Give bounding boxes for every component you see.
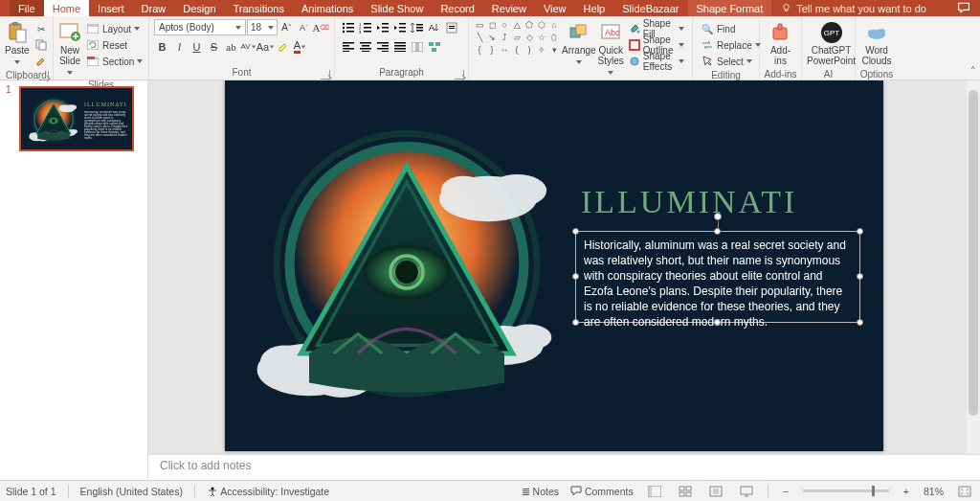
tab-record[interactable]: Record xyxy=(432,0,482,16)
reading-view-button[interactable] xyxy=(706,484,725,499)
tab-draw[interactable]: Draw xyxy=(133,0,175,16)
zoom-slider[interactable] xyxy=(803,490,889,492)
tab-file[interactable]: File xyxy=(10,0,44,16)
tab-help[interactable]: Help xyxy=(575,0,614,16)
tell-me-search[interactable]: Tell me what you want to do xyxy=(781,3,926,14)
decrease-font-button[interactable]: A˅ xyxy=(296,19,312,35)
resize-handle-n[interactable] xyxy=(714,228,721,235)
justify-button[interactable] xyxy=(391,38,408,55)
chatgpt-icon: GPT xyxy=(820,21,843,44)
new-slide-button[interactable]: New Slide xyxy=(58,19,81,79)
status-slide-number[interactable]: Slide 1 of 1 xyxy=(6,486,56,497)
align-text-button[interactable] xyxy=(443,19,459,35)
cut-button[interactable]: ✂ xyxy=(32,21,51,36)
paste-button[interactable]: Paste xyxy=(5,19,30,68)
slide[interactable]: ILLUMINATI Historically, aluminum was a … xyxy=(225,80,883,451)
text-direction-button[interactable]: A xyxy=(426,19,442,35)
fit-to-window-button[interactable] xyxy=(955,484,974,499)
underline-button[interactable]: U xyxy=(189,38,205,55)
paragraph-dialog-launcher[interactable] xyxy=(455,70,464,80)
zoom-in-button[interactable]: + xyxy=(901,486,912,497)
resize-handle-se[interactable] xyxy=(857,319,863,326)
normal-view-button[interactable] xyxy=(645,484,664,499)
status-accessibility[interactable]: Accessibility: Investigate xyxy=(207,486,329,497)
sorter-view-button[interactable] xyxy=(676,484,695,499)
increase-indent-button[interactable] xyxy=(391,19,408,35)
replace-button[interactable]: Replace xyxy=(698,37,764,53)
wordclouds-button[interactable]: Word Clouds xyxy=(860,19,893,68)
tab-view[interactable]: View xyxy=(535,0,575,16)
tab-design[interactable]: Design xyxy=(174,0,224,16)
shapes-gallery[interactable]: ▭◻○△⬠⬡⌂ ╲↘⤴▱◇☆⬯ {}↔()✧▾ xyxy=(474,19,560,56)
font-name-combo[interactable]: Aptos (Body) xyxy=(154,19,246,35)
slide-thumbnail-panel[interactable]: 1 ILLUMINATI Historically, aluminum was … xyxy=(0,80,148,480)
font-dialog-launcher[interactable] xyxy=(321,70,330,80)
find-button[interactable]: 🔍Find xyxy=(698,21,764,36)
quick-styles-button[interactable]: Abc Quick Styles xyxy=(598,19,624,79)
zoom-out-button[interactable]: − xyxy=(780,486,791,497)
line-spacing-button[interactable] xyxy=(409,19,425,35)
vertical-scrollbar[interactable] xyxy=(967,80,980,454)
align-center-button[interactable] xyxy=(357,38,373,55)
resize-handle-s[interactable] xyxy=(714,319,721,326)
status-notes-button[interactable]: ≣ Notes xyxy=(522,486,559,497)
slide-thumbnail-1[interactable]: 1 ILLUMINATI Historically, aluminum was … xyxy=(8,86,140,151)
strike-button[interactable]: S xyxy=(206,38,222,55)
reset-button[interactable]: Reset xyxy=(83,37,145,53)
resize-handle-nw[interactable] xyxy=(572,228,579,235)
collapse-ribbon-button[interactable]: ˄ xyxy=(970,65,976,78)
slide-textbox-selected[interactable]: Historically, aluminum was a real secret… xyxy=(575,231,860,323)
increase-font-button[interactable]: A˄ xyxy=(278,19,295,35)
resize-handle-w[interactable] xyxy=(572,273,579,280)
chatgpt-button[interactable]: GPT ChatGPT PowerPoint xyxy=(807,19,856,68)
highlight-button[interactable] xyxy=(275,38,291,55)
numbering-button[interactable]: 123 xyxy=(357,19,373,35)
slide-title[interactable]: ILLUMINATI xyxy=(581,184,797,220)
notes-pane[interactable]: Click to add notes xyxy=(148,454,980,480)
convert-smartart-button[interactable] xyxy=(426,38,442,55)
zoom-value[interactable]: 81% xyxy=(924,486,944,497)
font-color-button[interactable]: A xyxy=(292,38,308,55)
layout-button[interactable]: Layout xyxy=(83,21,145,36)
tab-home[interactable]: Home xyxy=(44,0,89,16)
shadow-button[interactable]: ab xyxy=(223,38,239,55)
tab-slidebazaar[interactable]: SlideBazaar xyxy=(613,0,687,16)
tab-shape-format[interactable]: Shape Format xyxy=(688,0,772,16)
align-left-button[interactable] xyxy=(340,38,356,55)
rotate-handle[interactable] xyxy=(714,213,722,220)
status-language[interactable]: English (United States) xyxy=(80,486,183,497)
status-comments-button[interactable]: Comments xyxy=(570,486,634,497)
resize-handle-ne[interactable] xyxy=(857,228,863,235)
section-button[interactable]: Section xyxy=(83,54,145,69)
clear-formatting-button[interactable]: A⌫ xyxy=(313,19,329,35)
slideshow-view-button[interactable] xyxy=(737,484,756,499)
italic-button[interactable]: I xyxy=(171,38,188,55)
font-size-combo[interactable]: 18 xyxy=(247,19,278,35)
addins-button[interactable]: Add-ins xyxy=(765,19,796,68)
tab-slideshow[interactable]: Slide Show xyxy=(362,0,432,16)
copy-button[interactable] xyxy=(32,37,51,53)
tab-review[interactable]: Review xyxy=(483,0,535,16)
scrollbar-thumb[interactable] xyxy=(969,90,978,416)
zoom-slider-handle[interactable] xyxy=(872,486,875,496)
bold-button[interactable]: B xyxy=(154,38,170,55)
clipboard-dialog-launcher[interactable] xyxy=(39,71,49,80)
align-right-button[interactable] xyxy=(374,38,390,55)
comments-icon[interactable] xyxy=(957,1,970,16)
resize-handle-e[interactable] xyxy=(857,273,863,280)
change-case-button[interactable]: Aa xyxy=(257,38,274,55)
bullets-button[interactable] xyxy=(340,19,356,35)
tab-insert[interactable]: Insert xyxy=(89,0,133,16)
select-button[interactable]: Select xyxy=(698,54,764,69)
shape-effects-button[interactable]: Shape Effects xyxy=(626,54,687,69)
format-painter-button[interactable] xyxy=(32,54,51,69)
arrange-button[interactable]: Arrange xyxy=(562,19,596,68)
spacing-button[interactable]: AV xyxy=(240,38,256,55)
slide-hero-image[interactable] xyxy=(244,109,569,435)
resize-handle-sw[interactable] xyxy=(572,319,579,326)
slide-viewport[interactable]: ILLUMINATI Historically, aluminum was a … xyxy=(148,80,980,454)
tab-transitions[interactable]: Transitions xyxy=(225,0,293,16)
tab-animations[interactable]: Animations xyxy=(293,0,362,16)
decrease-indent-button[interactable] xyxy=(374,19,390,35)
columns-button[interactable] xyxy=(409,38,425,55)
